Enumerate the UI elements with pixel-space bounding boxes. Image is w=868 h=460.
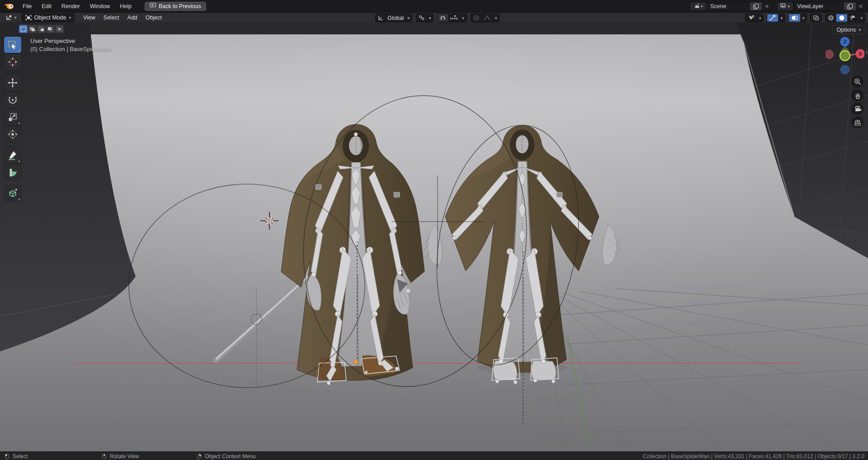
viewlayer-new-button[interactable] — [844, 2, 856, 10]
viewlayer-browse-button[interactable]: ▾ — [777, 2, 793, 10]
menu-window[interactable]: Window — [85, 1, 115, 11]
viewlayer-remove-button[interactable]: ✕ — [856, 2, 866, 10]
proportional-edit-icon — [473, 15, 479, 21]
menu-help[interactable]: Help — [115, 1, 137, 11]
menu-object[interactable]: Object — [142, 13, 166, 22]
material-sphere-icon — [849, 15, 856, 21]
scene-browse-button[interactable]: ▾ — [690, 2, 707, 10]
sidebar-collapse-arrow[interactable]: ‹ — [866, 49, 868, 56]
statusbar: Select Rotate View Object Context Menu C… — [0, 451, 868, 460]
pan-view-button[interactable] — [851, 89, 863, 101]
scene-name[interactable]: Scene — [707, 3, 750, 9]
camera-view-button[interactable] — [851, 103, 863, 115]
back-screen-icon — [150, 3, 156, 9]
chevron-down-icon: ▾ — [701, 4, 703, 9]
mouse-middle-icon — [102, 453, 107, 460]
shading-modes: ▾ — [825, 14, 865, 22]
chevron-down-icon: ▾ — [493, 14, 500, 22]
tool-move[interactable] — [4, 75, 21, 91]
toolbar — [4, 37, 22, 201]
viewlayer-name[interactable]: ViewLayer — [793, 3, 844, 9]
menu-view[interactable]: View — [79, 13, 99, 22]
gizmo-axis-neg-z[interactable] — [841, 66, 849, 74]
chevron-down-icon: ▾ — [859, 28, 861, 32]
show-overlays-toggle[interactable] — [789, 14, 800, 22]
hint-select: Select — [5, 452, 28, 460]
tool-measure[interactable] — [4, 164, 21, 180]
object-mode-icon — [25, 15, 32, 20]
falloff-curve-icon — [484, 15, 491, 21]
overlays-icon — [791, 15, 798, 21]
select-mode-intersect-button[interactable] — [55, 25, 64, 33]
viewport[interactable]: User Perspective (0) Collection | BaseSp… — [0, 23, 868, 451]
object-origin-dot[interactable] — [354, 360, 358, 364]
shading-material-button[interactable] — [847, 14, 858, 22]
chevron-down-icon: ▾ — [800, 14, 807, 22]
tool-add-cube[interactable] — [4, 185, 21, 201]
gizmo-axis-neg-x[interactable] — [826, 50, 834, 59]
chevron-down-icon: ▾ — [858, 14, 865, 22]
mode-dropdown[interactable]: Object Mode ▾ — [22, 14, 75, 22]
falloff-dropdown[interactable] — [481, 14, 493, 22]
perspective-toggle-button[interactable] — [851, 116, 863, 128]
scene-icon — [693, 3, 700, 10]
xray-toggle[interactable] — [810, 14, 822, 22]
scene-new-button[interactable] — [750, 2, 762, 10]
snap-increment-icon — [450, 15, 458, 21]
select-mode-new-button[interactable] — [19, 25, 28, 33]
scene-unlink-button[interactable]: ✕ — [762, 2, 772, 10]
xray-icon — [811, 14, 821, 22]
transform-settings: Global ▾ ▾ — [375, 14, 500, 22]
tool-transform[interactable] — [4, 126, 21, 142]
snap-target-button[interactable] — [448, 14, 460, 22]
orientation-dropdown[interactable]: Global ▾ — [375, 14, 412, 22]
menu-edit[interactable]: Edit — [37, 1, 57, 11]
chevron-down-icon: ▾ — [788, 4, 790, 9]
viewport-header: ▾ Object Mode ▾ View Select Add Object — [0, 13, 868, 23]
gizmo-axis-y[interactable] — [840, 51, 850, 61]
back-to-previous-label: Back to Previous — [159, 3, 201, 9]
proportional-edit-toggle[interactable] — [471, 14, 481, 22]
select-mode-subtract-button[interactable] — [37, 25, 46, 33]
zoom-view-button[interactable] — [851, 76, 863, 88]
menu-render[interactable]: Render — [57, 1, 85, 11]
shading-wireframe-button[interactable] — [826, 14, 836, 22]
shading-solid-button[interactable] — [836, 14, 847, 22]
blender-logo-icon[interactable] — [4, 3, 14, 10]
scene-selector[interactable]: ▾ Scene ✕ — [690, 2, 772, 11]
snap-toggle[interactable] — [438, 14, 448, 22]
editor-type-button[interactable]: ▾ — [3, 14, 19, 22]
mouse-right-icon — [197, 453, 202, 460]
mouse-left-icon — [5, 453, 9, 460]
options-dropdown[interactable]: Options ▾ — [832, 25, 865, 34]
pivot-point-icon — [416, 14, 427, 22]
camera-icon — [854, 105, 862, 113]
viewlayer-icon — [780, 3, 787, 10]
pivot-point-dropdown[interactable]: ▾ — [416, 14, 434, 22]
navigation-gizmo[interactable]: Z X — [826, 36, 864, 76]
menu-add[interactable]: Add — [123, 13, 142, 22]
select-mode-extend-button[interactable] — [28, 25, 37, 33]
tool-select-box[interactable] — [4, 37, 21, 53]
viewlayer-selector[interactable]: ▾ ViewLayer ✕ — [777, 2, 866, 11]
tool-scale[interactable] — [4, 109, 21, 125]
zoom-icon — [854, 78, 862, 86]
select-mode-invert-button[interactable] — [46, 25, 55, 33]
back-to-previous-button[interactable]: Back to Previous — [145, 2, 206, 11]
show-gizmo-toggle[interactable] — [767, 14, 778, 22]
tool-annotate[interactable] — [4, 147, 21, 163]
chevron-down-icon: ▾ — [405, 14, 412, 22]
gizmo-x-label: X — [859, 51, 862, 57]
ortho-grid-icon — [854, 119, 862, 127]
select-mode-row — [19, 25, 64, 33]
magnet-icon — [440, 15, 446, 21]
topbar-datablocks: ▾ Scene ✕ — [690, 2, 866, 11]
tool-rotate[interactable] — [4, 92, 21, 108]
solid-sphere-icon — [839, 15, 845, 21]
object-visibility-dropdown[interactable]: ▾ — [745, 14, 764, 22]
viewport-canvas[interactable] — [0, 23, 868, 451]
visibility-pointer-eye-icon — [745, 14, 757, 22]
tool-cursor[interactable] — [4, 54, 21, 70]
menu-file[interactable]: File — [18, 1, 37, 11]
menu-select[interactable]: Select — [99, 13, 123, 22]
